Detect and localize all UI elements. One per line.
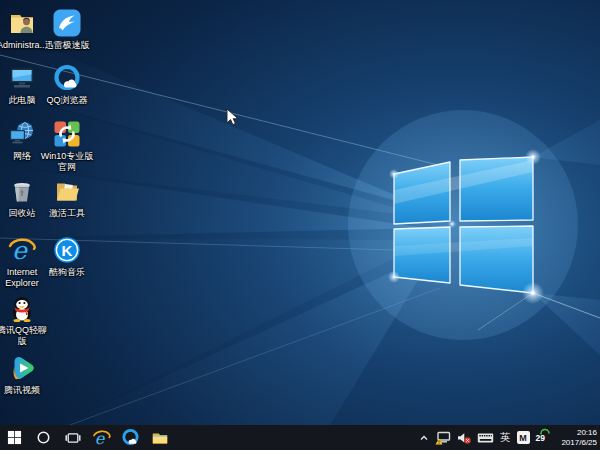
desktop-icon-label: 腾讯视频 [4, 385, 40, 396]
keyboard-icon [477, 432, 494, 444]
taskbar: e [0, 425, 600, 450]
kugou-music-icon: K [52, 234, 82, 265]
taskbar-file-explorer-button[interactable] [145, 425, 174, 450]
desktop-icon-tencent-video[interactable]: 腾讯视频 [0, 352, 49, 396]
desktop-background[interactable]: Administra... 此电脑 [0, 0, 600, 425]
search-circle-icon [36, 430, 51, 445]
qq-browser-icon [52, 62, 82, 93]
system-tray: 英 M 29 20:16 2017/6/25 [419, 425, 600, 450]
desktop-icon-label: 迅雷极速版 [45, 40, 90, 51]
internet-explorer-icon: e [7, 234, 37, 265]
desktop-icon-xunlei[interactable]: 迅雷极速版 [40, 7, 94, 51]
ime-mode-icon[interactable]: M [517, 431, 530, 444]
recycle-bin-icon [7, 175, 37, 206]
user-folder-icon [7, 7, 37, 38]
computer-icon [7, 62, 37, 93]
svg-text:K: K [62, 242, 73, 259]
internet-explorer-icon: e [92, 428, 111, 447]
desktop-icon-label: 酷狗音乐 [49, 267, 85, 278]
desktop-icon-qq-light[interactable]: 腾讯QQ轻聊版 [0, 292, 49, 346]
volume-tray-icon[interactable] [457, 432, 471, 444]
windows-logo-icon [7, 430, 22, 445]
network-warning-icon [435, 431, 451, 445]
desktop-icon-qq-browser[interactable]: QQ浏览器 [40, 62, 94, 106]
clock-date: 2017/6/25 [555, 438, 597, 448]
desktop-icon-label: 网络 [13, 151, 31, 162]
optimizer-gauge[interactable]: 29 [536, 433, 545, 443]
clock[interactable]: 20:16 2017/6/25 [555, 428, 597, 447]
ime-language-indicator[interactable]: 英 [500, 431, 511, 445]
task-view-button[interactable] [58, 425, 87, 450]
taskbar-qq-browser-button[interactable] [116, 425, 145, 450]
task-view-icon [65, 430, 81, 446]
taskbar-left: e [0, 425, 174, 450]
desktop-icon-label: QQ浏览器 [46, 95, 87, 106]
desktop-icon-label: 回收站 [9, 208, 36, 219]
cortana-search-button[interactable] [29, 425, 58, 450]
gauge-arc-icon [540, 428, 550, 438]
desktop-icon-label: 此电脑 [9, 95, 36, 106]
clock-time: 20:16 [555, 428, 597, 438]
thunder-bird-icon [52, 7, 82, 38]
desktop-icon-win10-site[interactable]: Win10专业版官网 [40, 118, 94, 172]
tray-expand-chevron[interactable] [419, 434, 429, 442]
desktop-icon-kugou[interactable]: K 酷狗音乐 [40, 234, 94, 278]
start-button[interactable] [0, 425, 29, 450]
open-folder-icon [52, 175, 82, 206]
file-explorer-folder-icon [151, 429, 169, 447]
taskbar-internet-explorer-button[interactable]: e [87, 425, 116, 450]
network-status-tray-icon[interactable] [435, 431, 451, 445]
qq-penguin-icon [7, 292, 37, 323]
touch-keyboard-tray-icon[interactable] [477, 432, 494, 444]
speaker-muted-icon [457, 432, 471, 444]
qq-browser-icon [121, 428, 140, 447]
desktop-icon-activation-tool[interactable]: 激活工具 [40, 175, 94, 219]
desktop-icon-label: 腾讯QQ轻聊版 [0, 325, 49, 346]
desktop-icon-label: 激活工具 [49, 208, 85, 219]
chevron-up-icon [419, 434, 429, 442]
win10-four-squares-icon [52, 118, 82, 149]
tencent-video-icon [7, 352, 37, 383]
network-icon [7, 118, 37, 149]
desktop-icon-label: Win10专业版官网 [40, 151, 94, 172]
